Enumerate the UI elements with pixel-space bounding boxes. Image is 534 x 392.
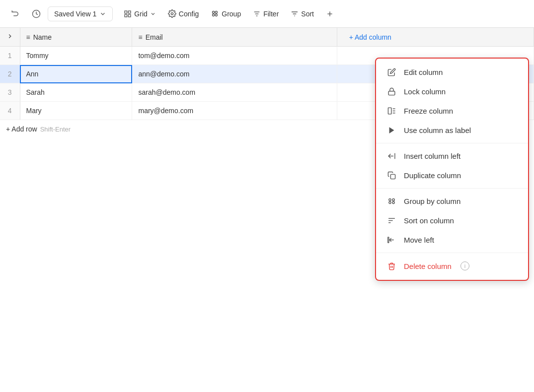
menu-item-sort-on[interactable]: Sort on column xyxy=(376,211,528,230)
move-left-icon xyxy=(386,236,397,244)
grid-button[interactable]: Grid xyxy=(119,7,160,21)
config-label: Config xyxy=(179,10,199,18)
history-icon xyxy=(32,9,41,18)
main-content: ≡ Name ≡ Email + Add column xyxy=(0,28,534,392)
group-icon xyxy=(211,9,219,18)
menu-divider-1 xyxy=(376,143,528,143)
menu-item-edit-column[interactable]: Edit column xyxy=(376,63,528,82)
menu-label-edit-column: Edit column xyxy=(404,68,443,76)
svg-rect-1 xyxy=(125,11,127,13)
grid-chevron-icon xyxy=(150,11,156,17)
toolbar: Saved View 1 Grid Config Group xyxy=(0,0,534,28)
menu-label-lock-column: Lock column xyxy=(404,87,446,96)
svg-point-25 xyxy=(392,199,394,201)
menu-item-lock-column[interactable]: Lock column xyxy=(376,82,528,101)
filter-button[interactable]: Filter xyxy=(248,7,284,21)
sort-icon xyxy=(291,10,299,18)
lock-icon xyxy=(386,87,397,96)
svg-rect-23 xyxy=(390,174,395,179)
grid-icon xyxy=(124,10,132,18)
menu-label-group-by: Group by column xyxy=(404,197,460,205)
duplicate-icon xyxy=(386,171,397,180)
filter-icon xyxy=(253,10,261,18)
menu-item-delete[interactable]: Delete column i xyxy=(376,256,528,276)
menu-label-insert-left: Insert column left xyxy=(404,152,460,160)
context-menu: Edit column Lock column xyxy=(375,58,529,281)
svg-point-6 xyxy=(213,11,215,13)
menu-divider-2 xyxy=(376,188,528,189)
menu-item-insert-left[interactable]: Insert column left xyxy=(376,146,528,166)
menu-label-duplicate: Duplicate column xyxy=(404,171,461,180)
svg-point-9 xyxy=(215,14,217,16)
svg-point-27 xyxy=(392,201,394,203)
label-icon xyxy=(386,126,397,134)
svg-rect-3 xyxy=(125,14,127,17)
svg-point-7 xyxy=(215,11,217,13)
sort-button[interactable]: Sort xyxy=(286,7,319,21)
menu-item-use-as-label[interactable]: Use column as label xyxy=(376,121,528,140)
freeze-icon xyxy=(386,107,397,115)
filter-label: Filter xyxy=(263,10,279,18)
group-by-icon xyxy=(386,197,397,205)
group-label: Group xyxy=(222,10,241,18)
svg-rect-32 xyxy=(387,237,388,243)
menu-item-move-left[interactable]: Move left xyxy=(376,230,528,250)
history-button[interactable] xyxy=(27,6,46,21)
svg-point-8 xyxy=(213,14,215,16)
svg-marker-20 xyxy=(389,127,394,133)
config-icon xyxy=(168,9,176,18)
menu-label-move-left: Move left xyxy=(404,236,434,244)
info-icon[interactable]: i xyxy=(460,261,469,270)
svg-rect-2 xyxy=(129,11,131,13)
menu-label-delete: Delete column xyxy=(404,262,452,270)
trash-icon xyxy=(386,262,397,270)
undo-button[interactable] xyxy=(6,6,25,21)
svg-rect-4 xyxy=(129,14,131,17)
menu-divider-3 xyxy=(376,253,528,253)
sort-az-icon xyxy=(386,216,397,225)
config-button[interactable]: Config xyxy=(163,6,204,21)
sort-label: Sort xyxy=(301,10,314,18)
adjust-icon xyxy=(326,10,334,18)
menu-label-freeze-column: Freeze column xyxy=(404,107,453,115)
adjust-button[interactable] xyxy=(321,7,339,21)
pencil-icon xyxy=(386,68,397,76)
menu-label-sort-on: Sort on column xyxy=(404,216,454,225)
svg-point-26 xyxy=(388,201,390,203)
svg-rect-16 xyxy=(388,108,391,114)
saved-view-button[interactable]: Saved View 1 xyxy=(48,6,113,21)
saved-view-label: Saved View 1 xyxy=(54,10,96,18)
menu-item-group-by[interactable]: Group by column xyxy=(376,192,528,211)
context-menu-overlay: Edit column Lock column xyxy=(0,28,534,392)
menu-item-freeze-column[interactable]: Freeze column xyxy=(376,101,528,121)
menu-label-use-as-label: Use column as label xyxy=(404,126,471,134)
svg-rect-15 xyxy=(388,91,395,95)
undo-icon xyxy=(11,9,20,18)
grid-label: Grid xyxy=(134,10,147,18)
insert-left-icon xyxy=(386,152,397,160)
group-button[interactable]: Group xyxy=(206,6,246,21)
svg-point-24 xyxy=(388,199,390,201)
menu-item-duplicate[interactable]: Duplicate column xyxy=(376,166,528,185)
chevron-down-icon xyxy=(99,10,106,17)
svg-point-5 xyxy=(171,12,173,14)
